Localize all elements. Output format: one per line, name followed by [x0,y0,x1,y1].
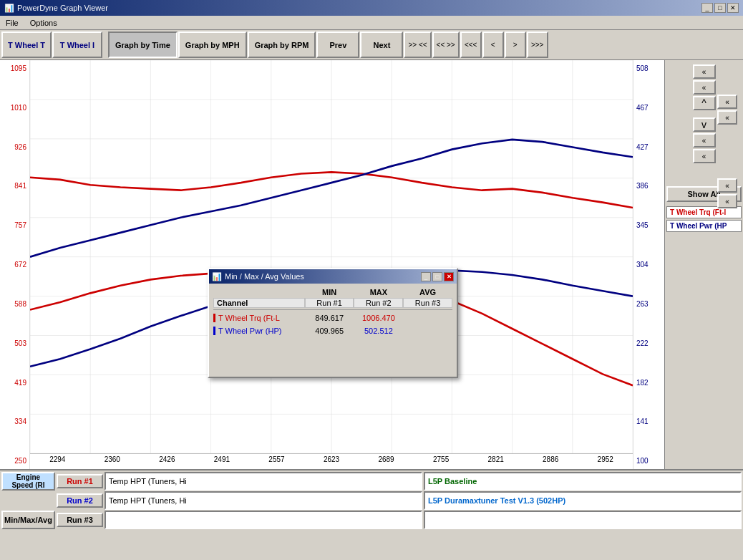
dialog-title-bar: 📊 Min / Max / Avg Values _ □ ✕ [209,269,457,284]
nav-up-fast2-button[interactable]: « [693,80,716,95]
y-right-6: 263 [635,300,663,308]
run1-field1: Temp HPT (Tuners, Hi [105,472,422,491]
y-left-5: 672 [1,261,28,269]
y-left-0: 1095 [1,64,28,72]
dialog-minimize-button[interactable]: _ [421,272,431,281]
dialog-content: MIN MAX AVG Channel Run #1 Run #2 Run #3… [209,284,457,377]
nav-rr-button[interactable]: << >> [432,32,460,58]
y-axis-left: 1095 1010 926 841 757 672 588 503 419 33… [0,60,30,469]
y-left-6: 588 [1,300,28,308]
engine-speed-button[interactable]: Engine Speed (RI [1,472,55,491]
menu-file[interactable]: File [3,18,21,28]
tab-twheel-i[interactable]: T Wheel I [52,32,102,58]
nav-r-down-fast[interactable]: « [717,178,737,193]
legend: T Wheel Trq (Ft-l T Wheel Pwr (HP [666,206,742,232]
prev-button[interactable]: Prev [316,32,359,58]
sub-run2-header: Run #2 [354,298,403,308]
app-icon: 📊 [4,4,14,13]
nav-r-down-fast2[interactable]: « [717,194,737,208]
run2-field2: L5P Duramaxtuner Test V1.3 (502HP) [424,491,742,510]
row0-channel: T Wheel Trq (Ft-L [213,314,305,322]
graph-by-mph-button[interactable]: Graph by MPH [178,32,247,58]
nav-r-up-fast[interactable]: « [717,95,737,109]
x-tick-8: 2821 [468,455,523,468]
legend-pwr[interactable]: T Wheel Pwr (HP [666,220,742,232]
y-left-9: 334 [1,417,28,425]
toolbar: T Wheel T T Wheel I Graph by Time Graph … [0,30,743,60]
run1-field2: L5P Baseline [424,472,742,491]
dialog-title-left: 📊 Min / Max / Avg Values [212,272,304,281]
x-tick-7: 2755 [414,455,469,468]
x-tick-10: 2952 [578,455,633,468]
chart-and-right: 1095 1010 926 841 757 672 588 503 419 33… [0,60,743,469]
menu-bar: File Options [0,16,743,30]
y-axis-right: 508 467 427 386 345 304 263 222 182 141 … [633,60,664,469]
x-tick-5: 2623 [304,455,359,468]
tab-twheel-t[interactable]: T Wheel T [1,32,52,58]
x-tick-2: 2426 [140,455,195,468]
min-max-avg-button[interactable]: Min/Max/Avg [1,511,55,529]
run3-label: Run #3 [57,513,103,527]
graph-by-time-button[interactable]: Graph by Time [108,32,178,58]
row1-run2: 502.512 [354,327,404,335]
run3-field1 [105,511,422,529]
nav-start-button[interactable]: <<< [460,32,482,58]
dialog-maximize-button[interactable]: □ [432,272,442,281]
row1-run3 [403,327,452,335]
nav-left-button[interactable]: < [482,32,504,58]
run3-field2 [424,511,742,529]
row1-channel: T Wheel Pwr (HP) [213,327,305,335]
main-content: 1095 1010 926 841 757 672 588 503 419 33… [0,60,743,534]
nav-up-fast-button[interactable]: « [693,64,716,79]
y-right-0: 508 [635,64,663,72]
title-bar: 📊 PowerDyne Graph Viewer _ □ ✕ [0,0,743,16]
x-tick-3: 2491 [195,455,250,468]
col-min-header: MIN [305,288,354,296]
bottom-row-2: Run #2 Temp HPT (Tuners, Hi L5P Duramaxt… [1,491,742,510]
run2-field1: Temp HPT (Tuners, Hi [105,491,422,510]
minimize-button[interactable]: _ [701,3,713,13]
right-panel: « « ^ v « « « « « « Show All [664,60,743,469]
menu-options[interactable]: Options [27,18,60,28]
dialog-close-button[interactable]: ✕ [444,272,454,281]
nav-end-button[interactable]: >>> [527,32,548,58]
nav-right-button[interactable]: > [505,32,526,58]
run2-label: Run #2 [57,493,103,508]
col-avg-header: AVG [403,288,452,296]
close-button[interactable]: ✕ [727,3,739,13]
nav-col2-down: « « [717,178,737,208]
nav-up-button[interactable]: ^ [693,96,716,110]
graph-by-rpm-button[interactable]: Graph by RPM [248,32,316,58]
nav-r-up-fast2[interactable]: « [717,110,737,125]
title-bar-left: 📊 PowerDyne Graph Viewer [4,4,108,13]
dialog-title-buttons[interactable]: _ □ ✕ [421,272,454,281]
y-right-8: 182 [635,379,663,387]
maximize-button[interactable]: □ [714,3,726,13]
bottom-area: Engine Speed (RI Run #1 Temp HPT (Tuners… [0,469,743,534]
nav-down-fast2-button[interactable]: « [693,149,716,163]
run1-label: Run #1 [57,474,103,488]
next-button[interactable]: Next [360,32,403,58]
bottom-row-3: Min/Max/Avg Run #3 [1,511,742,529]
y-right-10: 100 [635,457,663,465]
dialog-title-text: Min / Max / Avg Values [225,272,304,281]
nav-ff-button[interactable]: >> << [404,32,431,58]
chart-area: 1095 1010 926 841 757 672 588 503 419 33… [0,60,664,469]
y-right-1: 467 [635,104,663,112]
row1-run1: 409.965 [305,327,354,335]
y-right-9: 141 [635,417,663,425]
x-tick-9: 2886 [523,455,578,468]
bottom-row-1: Engine Speed (RI Run #1 Temp HPT (Tuners… [1,472,742,491]
sub-run3-header: Run #3 [403,298,452,308]
dialog-row-0: T Wheel Trq (Ft-L 849.617 1006.470 [213,312,452,324]
dialog-icon: 📊 [212,272,222,281]
sub-channel-header: Channel [213,298,305,308]
row0-run2: 1006.470 [354,314,404,322]
nav-down-fast-button[interactable]: « [693,133,716,148]
col-max-header: MAX [354,288,403,296]
nav-col2: « « [717,95,737,125]
y-left-10: 250 [1,457,28,465]
y-right-4: 345 [635,221,663,229]
title-bar-buttons[interactable]: _ □ ✕ [701,3,739,13]
nav-down-button[interactable]: v [693,117,716,132]
